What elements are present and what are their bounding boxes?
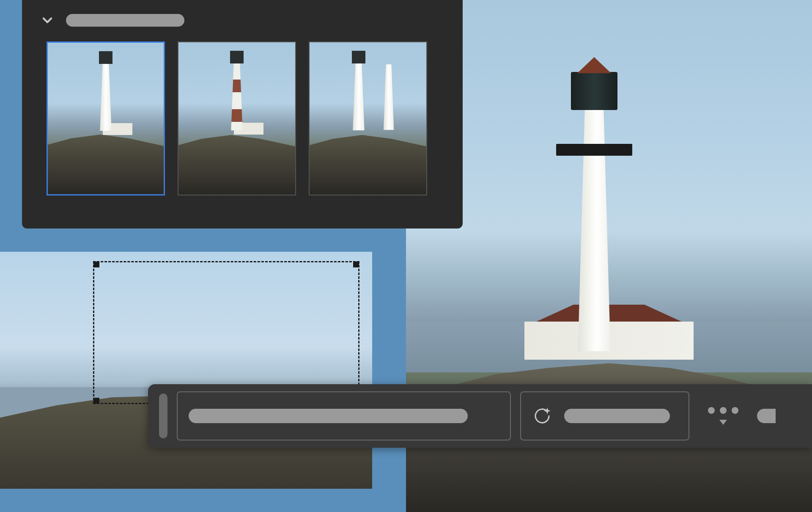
variations-thumbnails: [39, 41, 446, 195]
prompt-placeholder-pill: [189, 409, 468, 423]
bar-end-control[interactable]: [757, 409, 776, 423]
more-menu-button[interactable]: [699, 407, 748, 425]
variations-panel: [22, 0, 463, 228]
selection-marquee[interactable]: [93, 261, 359, 404]
generate-label: [564, 409, 670, 423]
variation-thumbnail-3[interactable]: [309, 41, 427, 195]
prompt-input[interactable]: [177, 391, 511, 440]
drag-handle[interactable]: [159, 394, 167, 438]
source-canvas[interactable]: [0, 252, 372, 489]
preview-lantern: [571, 72, 617, 110]
sparkle-refresh-icon: [532, 406, 552, 426]
variations-header: [39, 12, 446, 29]
caret-down-icon: [719, 420, 727, 425]
generate-button[interactable]: [520, 391, 689, 440]
selection-handle-bl[interactable]: [93, 398, 99, 404]
preview-lantern-roof: [577, 57, 611, 73]
chevron-down-icon[interactable]: [39, 12, 56, 29]
variation-thumbnail-1[interactable]: [47, 41, 165, 195]
prompt-bar: [148, 384, 812, 448]
variation-thumbnail-2[interactable]: [178, 41, 296, 195]
ellipsis-icon: [708, 407, 738, 414]
variations-title: [66, 14, 184, 27]
preview-gallery-rail: [556, 144, 632, 156]
